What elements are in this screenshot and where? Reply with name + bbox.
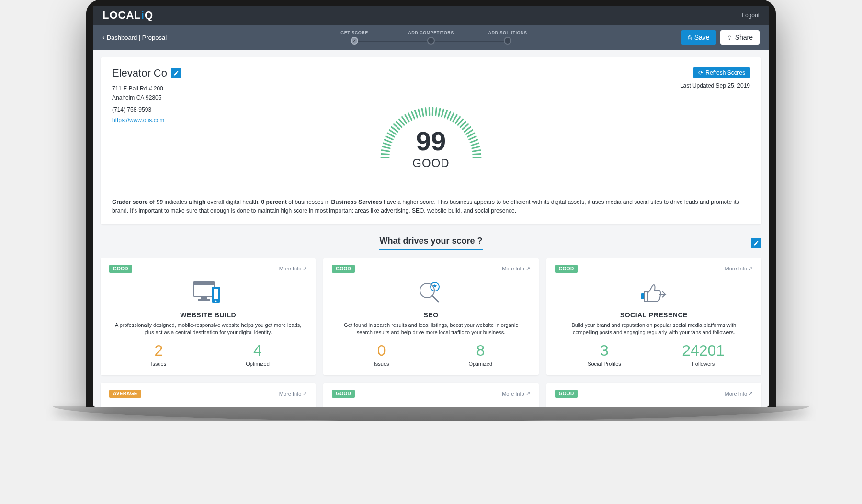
search-gear-icon	[332, 278, 530, 308]
section-title: What drives your score ?	[379, 236, 482, 250]
more-info-link[interactable]: More Info ↗	[725, 391, 753, 397]
svg-line-20	[426, 108, 427, 115]
svg-line-14	[405, 115, 409, 122]
stat-optimized-label: Optimized	[431, 361, 530, 367]
svg-rect-45	[193, 282, 215, 285]
svg-line-24	[439, 108, 440, 116]
stat-profiles-label: Social Profiles	[555, 361, 654, 367]
stat-issues-value: 0	[332, 343, 431, 358]
svg-line-19	[422, 108, 423, 116]
status-badge: AVERAGE	[109, 390, 141, 398]
status-badge: GOOD	[332, 390, 355, 398]
stat-optimized-value: 8	[431, 343, 530, 358]
card-website-build: GOOD More Info ↗ WEBSITE BUILD A profess…	[101, 258, 316, 376]
svg-line-27	[447, 112, 450, 119]
svg-line-23	[436, 108, 437, 115]
card-row2-a: AVERAGE More Info ↗	[101, 383, 316, 407]
svg-line-30	[455, 117, 460, 123]
svg-line-15	[408, 113, 411, 120]
stat-issues-label: Issues	[332, 361, 431, 367]
top-bar: LOCALiQ Logout	[93, 6, 769, 25]
score-cards-grid: GOOD More Info ↗ WEBSITE BUILD A profess…	[101, 258, 761, 407]
sub-header: ‹ Dashboard | Proposal GET SCORE ✓ ADD C…	[93, 25, 769, 50]
svg-line-22	[432, 108, 433, 115]
svg-point-50	[215, 300, 216, 302]
svg-line-21	[429, 108, 430, 115]
check-icon: ✓	[351, 37, 358, 45]
stat-followers-value: 24201	[654, 343, 753, 358]
stat-optimized-label: Optimized	[208, 361, 307, 367]
svg-line-52	[432, 296, 439, 302]
desktop-mobile-icon	[109, 278, 307, 308]
refresh-icon: ⟳	[698, 69, 703, 76]
gauge-score-label: GOOD	[374, 157, 488, 170]
summary-paragraph: Grader score of 99 indicates a high over…	[112, 198, 750, 215]
svg-rect-54	[641, 293, 644, 299]
step-add-solutions[interactable]: ADD SOLUTIONS	[469, 30, 546, 45]
external-link-icon: ↗	[303, 266, 307, 272]
external-link-icon: ↗	[749, 391, 753, 397]
refresh-scores-button[interactable]: ⟳ Refresh Scores	[693, 67, 750, 78]
svg-line-16	[411, 112, 414, 119]
svg-rect-47	[198, 299, 210, 301]
svg-line-17	[415, 110, 417, 117]
card-row2-b: GOOD More Info ↗	[323, 383, 538, 407]
external-link-icon: ↗	[526, 266, 530, 272]
card-description: A professionally designed, mobile-respon…	[109, 322, 307, 336]
edit-section-button[interactable]	[751, 238, 761, 248]
svg-line-18	[419, 109, 420, 116]
external-link-icon: ↗	[303, 391, 307, 397]
content-area: Elevator Co 711 E Ball Rd # 200, Anaheim…	[93, 50, 769, 407]
last-updated-text: Last Updated Sep 25, 2019	[680, 82, 750, 89]
save-button[interactable]: ⎙ Save	[681, 30, 716, 45]
svg-line-13	[402, 117, 406, 123]
share-icon: ⇪	[727, 34, 732, 41]
card-title: SEO	[332, 311, 530, 319]
company-name: Elevator Co	[112, 67, 167, 79]
card-social-presence: GOOD More Info ↗ SOCIAL PRESENCE Build y…	[546, 258, 761, 376]
save-icon: ⎙	[688, 34, 692, 41]
card-description: Get found in search results and local li…	[332, 322, 530, 336]
brand-logo: LOCALiQ	[102, 9, 153, 22]
svg-rect-46	[201, 297, 207, 299]
pencil-icon	[753, 240, 759, 246]
score-summary-card: Elevator Co 711 E Ball Rd # 200, Anaheim…	[101, 57, 761, 224]
logout-link[interactable]: Logout	[742, 12, 760, 19]
stat-followers-label: Followers	[654, 361, 753, 367]
pencil-icon	[173, 70, 179, 76]
breadcrumb-text: Dashboard | Proposal	[107, 34, 167, 41]
svg-line-25	[442, 109, 443, 116]
card-seo: GOOD More Info ↗ SEO Get found in search…	[323, 258, 538, 376]
stat-issues-label: Issues	[109, 361, 208, 367]
status-badge: GOOD	[555, 265, 578, 273]
more-info-link[interactable]: More Info ↗	[502, 266, 530, 272]
status-badge: GOOD	[555, 390, 578, 398]
external-link-icon: ↗	[526, 391, 530, 397]
gauge-chart: 99 GOOD	[112, 95, 750, 193]
section-header-row: What drives your score ?	[101, 236, 761, 250]
gauge-score-value: 99	[374, 128, 488, 155]
svg-rect-49	[214, 289, 218, 299]
share-button[interactable]: ⇪ Share	[720, 30, 760, 45]
step-add-competitors[interactable]: ADD COMPETITORS	[393, 30, 469, 45]
thumbs-up-icon	[555, 278, 753, 308]
breadcrumb[interactable]: ‹ Dashboard | Proposal	[102, 34, 167, 41]
svg-line-28	[450, 113, 454, 120]
progress-stepper: GET SCORE ✓ ADD COMPETITORS ADD SOLUTION…	[316, 30, 546, 45]
svg-line-26	[444, 110, 447, 117]
more-info-link[interactable]: More Info ↗	[279, 391, 307, 397]
stat-issues-value: 2	[109, 343, 208, 358]
card-title: SOCIAL PRESENCE	[555, 311, 753, 319]
step-get-score[interactable]: GET SCORE ✓	[316, 30, 393, 45]
external-link-icon: ↗	[749, 266, 753, 272]
card-row2-c: GOOD More Info ↗	[546, 383, 761, 407]
svg-line-29	[453, 115, 457, 122]
stat-profiles-value: 3	[555, 343, 654, 358]
more-info-link[interactable]: More Info ↗	[502, 391, 530, 397]
stat-optimized-value: 4	[208, 343, 307, 358]
more-info-link[interactable]: More Info ↗	[725, 266, 753, 272]
card-title: WEBSITE BUILD	[109, 311, 307, 319]
card-description: Build your brand and reputation on popul…	[555, 322, 753, 336]
edit-company-button[interactable]	[171, 68, 181, 78]
more-info-link[interactable]: More Info ↗	[279, 266, 307, 272]
